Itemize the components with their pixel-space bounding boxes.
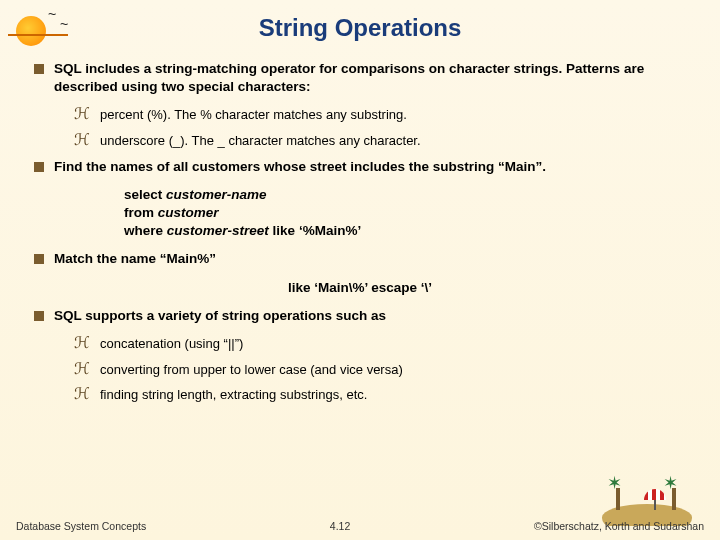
square-bullet-icon: [34, 254, 44, 264]
identifier: customer: [158, 205, 219, 220]
bullet-text: Match the name “Main%”: [54, 250, 686, 268]
string-literal: ‘%Main%’: [299, 223, 361, 238]
bird-icon: ~: [48, 6, 56, 22]
script-bullet-icon: ℋ: [74, 361, 90, 379]
footer-copyright: ©Silberschatz, Korth and Sudarshan: [534, 520, 704, 532]
sub-bullet-item: ℋ finding string length, extracting subs…: [74, 386, 686, 404]
sub-bullet-text: underscore (_). The _ character matches …: [100, 132, 421, 150]
palm-leaves-icon: ✶: [607, 472, 622, 494]
slide-footer: Database System Concepts 4.12 ©Silbersch…: [0, 520, 720, 532]
sub-bullet-item: ℋ concatenation (using “||”): [74, 335, 686, 353]
footer-page-number: 4.12: [330, 520, 350, 532]
bullet-item: SQL includes a string-matching operator …: [34, 60, 686, 96]
bullet-text: SQL supports a variety of string operati…: [54, 307, 686, 325]
umbrella-icon: [644, 489, 666, 510]
slide-title: String Operations: [0, 0, 720, 60]
sub-bullet-text: finding string length, extracting substr…: [100, 386, 367, 404]
script-bullet-icon: ℋ: [74, 132, 90, 150]
umbrella-top-icon: [644, 489, 666, 500]
keyword: escape: [371, 280, 417, 295]
code-line: where customer-street like ‘%Main%’: [124, 222, 686, 240]
identifier: customer-street: [167, 223, 269, 238]
sql-code-block: select customer-name from customer where…: [124, 186, 686, 241]
sub-bullet-text: percent (%). The % character matches any…: [100, 106, 407, 124]
bird-icon: ~: [60, 16, 68, 32]
sub-bullet-text: converting from upper to lower case (and…: [100, 361, 403, 379]
string-literal: ‘\’: [421, 280, 432, 295]
script-bullet-icon: ℋ: [74, 386, 90, 404]
bullet-item: Match the name “Main%”: [34, 250, 686, 268]
sub-bullet-text: concatenation (using “||”): [100, 335, 243, 353]
slide-content: SQL includes a string-matching operator …: [0, 60, 720, 404]
keyword: like: [273, 223, 296, 238]
sub-bullet-item: ℋ converting from upper to lower case (a…: [74, 361, 686, 379]
sun-decoration: [8, 8, 53, 53]
sub-bullet-item: ℋ percent (%). The % character matches a…: [74, 106, 686, 124]
sub-bullet-item: ℋ underscore (_). The _ character matche…: [74, 132, 686, 150]
code-line: select customer-name: [124, 186, 686, 204]
footer-left: Database System Concepts: [16, 520, 146, 532]
bullet-text: Find the names of all customers whose st…: [54, 158, 686, 176]
keyword: from: [124, 205, 154, 220]
bullet-text: SQL includes a string-matching operator …: [54, 60, 686, 96]
bullet-item: Find the names of all customers whose st…: [34, 158, 686, 176]
umbrella-pole-icon: [654, 500, 656, 510]
identifier: customer-name: [166, 187, 267, 202]
keyword: where: [124, 223, 163, 238]
script-bullet-icon: ℋ: [74, 335, 90, 353]
island-decoration: ✶ ✶: [602, 471, 692, 526]
string-literal: ‘Main\%’: [314, 280, 367, 295]
script-bullet-icon: ℋ: [74, 106, 90, 124]
bullet-item: SQL supports a variety of string operati…: [34, 307, 686, 325]
keyword: select: [124, 187, 162, 202]
sun-disc-icon: [16, 16, 46, 46]
keyword: like: [288, 280, 311, 295]
square-bullet-icon: [34, 162, 44, 172]
escape-example: like ‘Main\%’ escape ‘\’: [34, 279, 686, 297]
code-line: from customer: [124, 204, 686, 222]
horizon-line-icon: [8, 34, 68, 36]
square-bullet-icon: [34, 64, 44, 74]
square-bullet-icon: [34, 311, 44, 321]
